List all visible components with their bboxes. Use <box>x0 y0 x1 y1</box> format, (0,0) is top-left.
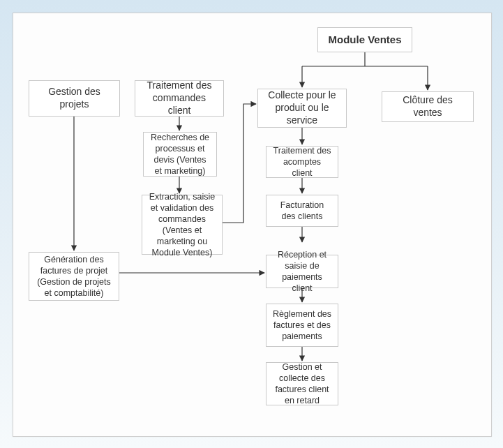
node-gestion-projets: Gestion des projets <box>29 80 120 117</box>
node-reglement-paiements: Règlement des factures et des paiements <box>266 304 338 347</box>
node-reception-paiements: Réception et saisie de paiements client <box>266 255 338 288</box>
node-recherches-devis: Recherches de processus et devis (Ventes… <box>143 132 217 177</box>
node-facturation-clients: Facturation des clients <box>266 195 338 227</box>
node-module-ventes: Module Ventes <box>317 27 412 52</box>
node-generation-factures-projet: Génération des factures de projet (Gesti… <box>29 252 119 301</box>
connectors <box>13 13 491 436</box>
node-collecte-produit-service: Collecte pour le produit ou le service <box>257 89 347 128</box>
node-traitement-acomptes: Traitement des acomptes client <box>266 146 338 178</box>
node-gestion-retard: Gestion et collecte des factures client … <box>266 362 338 405</box>
node-traitement-commandes: Traitement des commandes client <box>135 80 224 117</box>
node-cloture-ventes: Clôture des ventes <box>382 91 474 122</box>
node-extraction-commandes: Extraction, saisie et validation des com… <box>142 195 223 255</box>
diagram-panel: Module Ventes Gestion des projets Généra… <box>13 13 492 437</box>
